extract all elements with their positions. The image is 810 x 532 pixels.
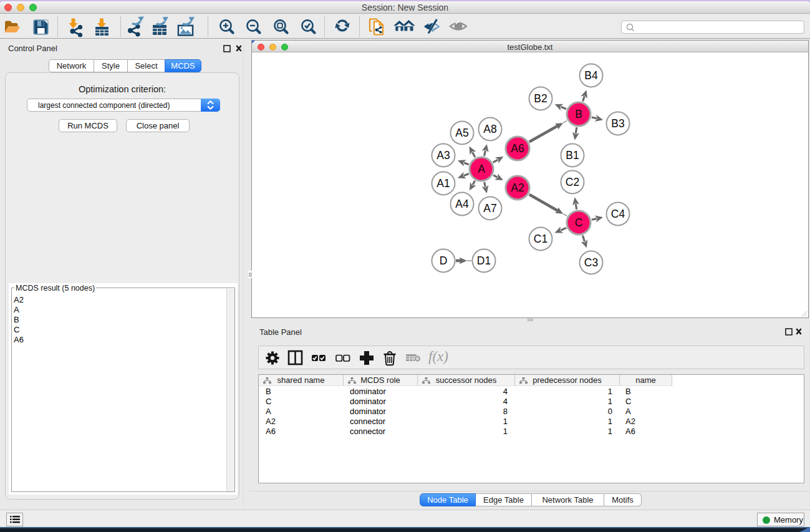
svg-text:C4: C4: [611, 208, 625, 220]
svg-text:A: A: [478, 163, 485, 175]
svg-text:A1: A1: [436, 177, 450, 190]
svg-text:A7: A7: [483, 202, 496, 215]
svg-text:C2: C2: [566, 176, 579, 188]
svg-text:D1: D1: [477, 254, 491, 267]
svg-text:C: C: [575, 216, 583, 229]
svg-text:B3: B3: [611, 117, 624, 130]
svg-text:B: B: [575, 108, 582, 120]
svg-text:A5: A5: [455, 127, 468, 139]
svg-text:B2: B2: [534, 92, 547, 105]
svg-text:C1: C1: [534, 233, 547, 245]
svg-text:D: D: [440, 254, 448, 267]
svg-text:A8: A8: [483, 123, 496, 135]
svg-text:C3: C3: [584, 256, 598, 269]
svg-text:B4: B4: [584, 69, 598, 82]
svg-text:A6: A6: [511, 142, 524, 155]
svg-text:A3: A3: [436, 149, 450, 162]
svg-text:A4: A4: [455, 198, 469, 210]
svg-text:B1: B1: [566, 149, 579, 162]
svg-text:A2: A2: [511, 181, 524, 194]
